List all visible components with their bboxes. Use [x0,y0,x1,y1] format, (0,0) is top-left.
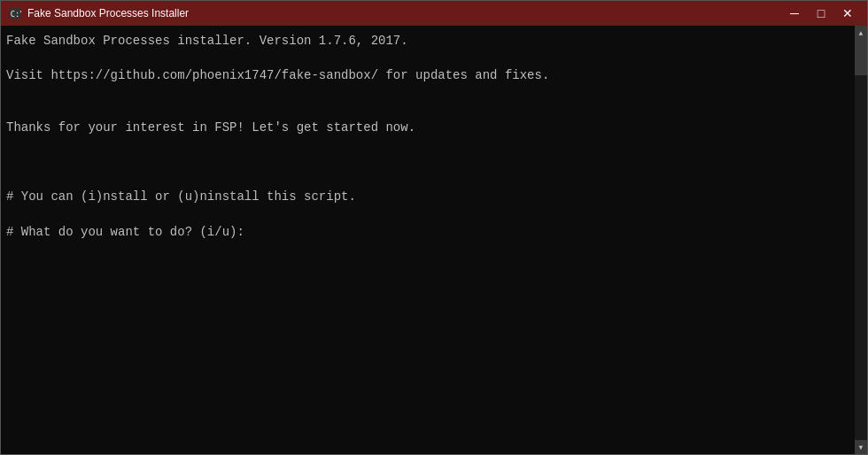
scrollbar-track[interactable] [855,40,867,440]
minimize-button[interactable]: ─ [782,4,807,22]
scrollbar[interactable]: ▲ ▼ [855,26,867,454]
terminal-line: Visit https://github.com/phoenix1747/fak… [6,67,849,85]
terminal-body: Fake Sandbox Processes installer. Versio… [1,26,867,454]
title-bar: C:\ Fake Sandbox Processes Installer ─ □… [1,1,867,26]
close-button[interactable]: ✕ [835,4,860,22]
scrollbar-down-button[interactable]: ▼ [855,440,867,454]
title-bar-controls: ─ □ ✕ [782,4,860,22]
terminal-icon: C:\ [8,6,22,20]
terminal-line: Thanks for your interest in FSP! Let's g… [6,120,849,137]
maximize-button[interactable]: □ [809,4,833,22]
scrollbar-thumb[interactable] [855,40,867,75]
terminal-line: # What do you want to do? (i/u): [6,224,849,242]
title-bar-left: C:\ Fake Sandbox Processes Installer [8,6,189,20]
terminal-line: # You can (i)nstall or (u)ninstall this … [6,189,849,206]
scrollbar-up-button[interactable]: ▲ [855,26,867,40]
terminal-content[interactable]: Fake Sandbox Processes installer. Versio… [1,26,855,454]
terminal-line: Fake Sandbox Processes installer. Versio… [6,33,849,50]
svg-text:C:\: C:\ [11,10,21,19]
window-title: Fake Sandbox Processes Installer [27,7,189,19]
window: C:\ Fake Sandbox Processes Installer ─ □… [0,0,868,455]
